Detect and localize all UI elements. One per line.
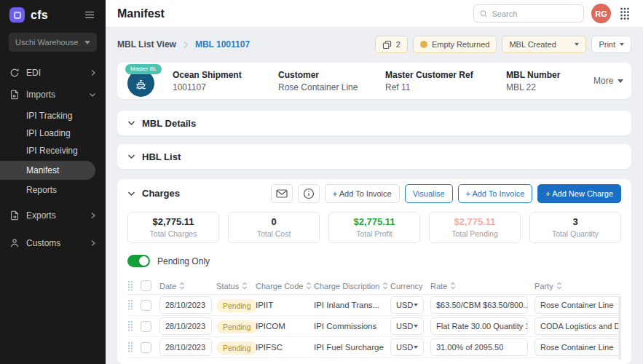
rate-input[interactable]: 31.00% of 2095.50 [430,339,528,356]
sort-icon[interactable] [556,282,562,290]
chevron-down-icon [618,79,623,83]
rate-value: $63.50/CBM $63.50/800... [436,301,528,309]
chevron-right-icon [90,240,96,247]
avatar[interactable]: RG [591,4,611,23]
currency-value: USD [396,301,413,309]
party-value: CODA Logistics and D... [540,322,621,331]
email-button[interactable] [271,184,293,203]
column-header-rate[interactable]: Rate [430,282,534,290]
section-mbl-details[interactable]: MBL Details [117,111,631,135]
currency-select[interactable]: USD [390,296,424,314]
currency-select[interactable]: USD [390,317,424,335]
row-checkbox[interactable] [141,342,151,353]
sidebar-item-customs[interactable]: Customs [0,234,106,253]
sidebar-item-imports[interactable]: Imports [0,85,106,104]
export-document-icon [9,210,20,221]
charges-section: Charges + Add To Invoice Visualise + Add… [117,179,631,364]
empty-returned-badge[interactable]: Empty Returned [413,36,497,53]
column-header-party[interactable]: Party [534,282,621,290]
sync-icon [9,68,20,78]
party-input[interactable]: Rose Container Line [534,339,621,356]
content: MBL List View MBL 1001107 2 Empty Return… [106,28,643,364]
rate-input[interactable]: Flat Rate 30.00 Quantity 1 [430,317,528,335]
document-count-button[interactable]: 2 [375,36,408,53]
import-document-icon [9,90,20,100]
sidebar-item-ipi-receiving[interactable]: IPI Receiving [0,142,106,159]
add-to-invoice-button[interactable]: + Add To Invoice [458,184,533,203]
sidebar-item-reports[interactable]: Reports [0,181,106,199]
currency-select[interactable]: USD [390,339,424,356]
column-header-status[interactable]: Status [216,282,256,290]
row-checkbox[interactable] [141,321,151,332]
chevron-right-icon [90,212,96,219]
row-checkbox[interactable] [141,300,151,311]
sort-icon[interactable] [179,282,185,290]
sidebar-item-exports[interactable]: Exports [0,206,106,225]
charge-code-cell: IPIFSC [256,343,314,352]
sidebar-item-edi[interactable]: EDI [0,63,106,82]
select-all-checkbox[interactable] [141,280,151,291]
column-header-currency[interactable]: Currency [390,282,430,290]
column-header-charge-description[interactable]: Charge Discription [314,282,390,290]
field-label: Ocean Shipment [173,70,278,80]
sidebar-item-label: Imports [26,90,55,100]
drag-handle-icon[interactable] [127,320,133,332]
column-header-charge-code[interactable]: Charge Code [256,282,314,290]
total-charges-card: $2,775.11 Total Charges [127,212,219,243]
rate-input[interactable]: $63.50/CBM $63.50/800... [430,296,528,314]
visualise-button[interactable]: Visualise [405,184,453,203]
total-quantity-label: Total Quantity [533,229,618,238]
date-input[interactable]: 28/10/2023 [159,317,212,335]
breadcrumb-parent[interactable]: MBL List View [117,39,176,50]
search-box[interactable] [473,4,584,23]
hamburger-menu-icon[interactable] [83,9,96,21]
drag-handle-icon[interactable] [127,280,133,292]
breadcrumb-current[interactable]: MBL 1001107 [195,39,250,50]
shipment-fields: Ocean Shipment 1001107 Customer Rose Con… [173,70,621,92]
date-input[interactable]: 28/10/2023 [159,296,212,314]
shipment-avatar: Master BL [127,64,157,98]
sort-icon[interactable] [242,282,248,290]
column-header-date[interactable]: Date [159,282,216,290]
print-dropdown[interactable]: Print [591,36,631,53]
sidebar-item-ipi-loading[interactable]: IPI Loading [0,124,106,142]
pending-only-toggle[interactable] [127,255,150,267]
rate-value: Flat Rate 30.00 Quantity 1 [436,322,528,331]
field-label: Customer [278,70,385,80]
mbl-status-dropdown[interactable]: MBL Created [502,36,586,53]
sort-icon[interactable] [450,282,456,290]
total-profit-card: $2,775.11 Total Profit [328,212,420,243]
sidebar-item-ipi-tracking[interactable]: IPI Tracking [0,107,106,124]
info-icon [303,188,315,199]
sidebar-item-manifest[interactable]: Manifest [0,161,95,180]
field-label: MBL Number [506,70,593,80]
search-icon [480,9,488,18]
add-new-charge-button[interactable]: + Add New Charge [537,184,621,203]
more-dropdown[interactable]: More [593,76,623,86]
party-input[interactable]: CODA Logistics and D... [534,317,621,335]
warehouse-selector[interactable]: Uschi Warehouse [9,33,97,52]
chevron-down-icon[interactable] [127,191,135,197]
status-badge: Pending [216,341,258,355]
sort-icon[interactable] [306,282,312,290]
logo-text: cfs [31,9,48,22]
mbl-status-label: MBL Created [509,40,556,49]
party-input[interactable]: Rose Container Line [534,296,621,314]
column-label: Date [159,282,176,290]
charges-summary: $2,775.11 Total Charges 0 Total Cost $2,… [127,212,621,243]
info-button[interactable] [298,184,320,203]
table-scrollbar[interactable] [618,296,621,360]
drag-handle-icon[interactable] [127,341,133,353]
date-input[interactable]: 28/10/2023 [159,339,212,356]
apps-grid-icon[interactable] [618,6,631,22]
search-input[interactable] [492,9,577,18]
field-ocean-shipment: Ocean Shipment 1001107 [173,70,278,92]
add-to-invoice-secondary-button[interactable]: + Add To Invoice [325,184,400,203]
chevron-down-icon [127,120,135,126]
date-value: 28/10/2023 [165,343,205,352]
sub-item-label: Reports [26,185,57,195]
sub-item-label: Manifest [26,165,59,175]
sort-icon[interactable] [382,282,388,290]
drag-handle-icon[interactable] [127,299,133,311]
section-hbl-list[interactable]: HBL List [117,144,631,169]
